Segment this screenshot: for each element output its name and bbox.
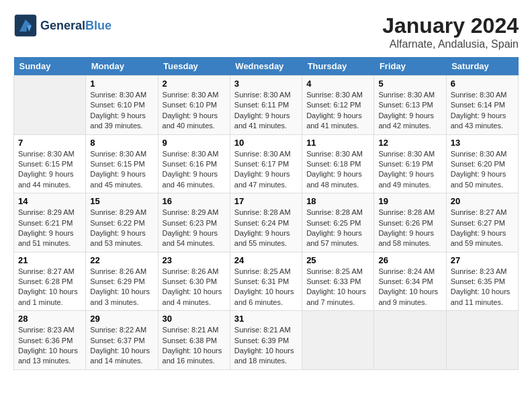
day-info: Sunrise: 8:30 AM Sunset: 6:20 PM Dayligh…: [451, 149, 514, 191]
calendar-week-row: 1Sunrise: 8:30 AM Sunset: 6:10 PM Daylig…: [14, 76, 519, 135]
day-info: Sunrise: 8:30 AM Sunset: 6:19 PM Dayligh…: [378, 149, 441, 191]
day-number: 2: [163, 79, 226, 89]
day-info: Sunrise: 8:30 AM Sunset: 6:11 PM Dayligh…: [234, 90, 298, 132]
day-number: 13: [451, 138, 514, 148]
calendar-day-header: Sunday: [14, 57, 86, 76]
calendar-day-header: Tuesday: [158, 57, 230, 76]
calendar-cell: 1Sunrise: 8:30 AM Sunset: 6:10 PM Daylig…: [86, 76, 158, 135]
day-number: 17: [234, 196, 298, 206]
calendar-cell: 21Sunrise: 8:27 AM Sunset: 6:28 PM Dayli…: [14, 252, 86, 311]
calendar-cell: 11Sunrise: 8:30 AM Sunset: 6:18 PM Dayli…: [302, 134, 374, 193]
calendar-cell: 16Sunrise: 8:29 AM Sunset: 6:23 PM Dayli…: [158, 193, 230, 253]
day-info: Sunrise: 8:23 AM Sunset: 6:35 PM Dayligh…: [451, 267, 514, 308]
day-number: 30: [163, 314, 226, 324]
day-number: 8: [90, 138, 153, 148]
calendar-table: SundayMondayTuesdayWednesdayThursdayFrid…: [13, 57, 519, 370]
calendar-cell: 17Sunrise: 8:28 AM Sunset: 6:24 PM Dayli…: [230, 193, 302, 253]
day-number: 27: [451, 255, 514, 265]
day-info: Sunrise: 8:27 AM Sunset: 6:28 PM Dayligh…: [18, 267, 81, 308]
calendar-day-header: Thursday: [302, 57, 374, 76]
day-number: 12: [378, 138, 441, 148]
day-info: Sunrise: 8:30 AM Sunset: 6:15 PM Dayligh…: [90, 149, 153, 191]
day-info: Sunrise: 8:21 AM Sunset: 6:39 PM Dayligh…: [234, 325, 298, 367]
day-info: Sunrise: 8:28 AM Sunset: 6:25 PM Dayligh…: [306, 208, 369, 249]
day-info: Sunrise: 8:21 AM Sunset: 6:38 PM Dayligh…: [163, 325, 226, 367]
title-block: January 2024 Alfarnate, Andalusia, Spain: [382, 13, 519, 50]
calendar-cell: 3Sunrise: 8:30 AM Sunset: 6:11 PM Daylig…: [230, 76, 302, 135]
day-number: 20: [451, 196, 514, 206]
day-info: Sunrise: 8:30 AM Sunset: 6:17 PM Dayligh…: [234, 149, 298, 191]
day-number: 24: [234, 255, 298, 265]
calendar-cell: [374, 311, 446, 370]
calendar-cell: 25Sunrise: 8:25 AM Sunset: 6:33 PM Dayli…: [302, 252, 374, 311]
day-info: Sunrise: 8:30 AM Sunset: 6:10 PM Dayligh…: [90, 90, 153, 132]
calendar-cell: 30Sunrise: 8:21 AM Sunset: 6:38 PM Dayli…: [158, 311, 230, 370]
day-info: Sunrise: 8:28 AM Sunset: 6:24 PM Dayligh…: [234, 208, 298, 249]
day-number: 15: [90, 196, 153, 206]
day-number: 18: [306, 196, 369, 206]
day-info: Sunrise: 8:30 AM Sunset: 6:16 PM Dayligh…: [163, 149, 226, 191]
logo-text: GeneralBlue: [40, 19, 112, 33]
calendar-cell: 23Sunrise: 8:26 AM Sunset: 6:30 PM Dayli…: [158, 252, 230, 311]
calendar-cell: 31Sunrise: 8:21 AM Sunset: 6:39 PM Dayli…: [230, 311, 302, 370]
day-info: Sunrise: 8:30 AM Sunset: 6:14 PM Dayligh…: [451, 90, 514, 132]
calendar-cell: 12Sunrise: 8:30 AM Sunset: 6:19 PM Dayli…: [374, 134, 446, 193]
day-number: 16: [163, 196, 226, 206]
calendar-day-header: Monday: [86, 57, 158, 76]
logo-icon: [13, 13, 38, 38]
calendar-cell: 2Sunrise: 8:30 AM Sunset: 6:10 PM Daylig…: [158, 76, 230, 135]
day-number: 3: [234, 79, 298, 89]
calendar-week-row: 7Sunrise: 8:30 AM Sunset: 6:15 PM Daylig…: [14, 134, 519, 193]
day-number: 25: [306, 255, 369, 265]
calendar-cell: 24Sunrise: 8:25 AM Sunset: 6:31 PM Dayli…: [230, 252, 302, 311]
calendar-day-header: Saturday: [446, 57, 518, 76]
day-number: 4: [306, 79, 369, 89]
day-info: Sunrise: 8:29 AM Sunset: 6:21 PM Dayligh…: [18, 208, 81, 249]
day-number: 29: [90, 314, 153, 324]
day-number: 19: [378, 196, 441, 206]
calendar-cell: 15Sunrise: 8:29 AM Sunset: 6:22 PM Dayli…: [86, 193, 158, 253]
calendar-header-row: SundayMondayTuesdayWednesdayThursdayFrid…: [14, 57, 519, 76]
day-number: 1: [90, 79, 153, 89]
day-info: Sunrise: 8:28 AM Sunset: 6:26 PM Dayligh…: [378, 208, 441, 249]
calendar-cell: 14Sunrise: 8:29 AM Sunset: 6:21 PM Dayli…: [14, 193, 86, 253]
calendar-cell: 18Sunrise: 8:28 AM Sunset: 6:25 PM Dayli…: [302, 193, 374, 253]
day-info: Sunrise: 8:30 AM Sunset: 6:18 PM Dayligh…: [306, 149, 369, 191]
calendar-cell: 13Sunrise: 8:30 AM Sunset: 6:20 PM Dayli…: [446, 134, 518, 193]
day-info: Sunrise: 8:30 AM Sunset: 6:12 PM Dayligh…: [306, 90, 369, 132]
day-info: Sunrise: 8:30 AM Sunset: 6:10 PM Dayligh…: [163, 90, 226, 132]
calendar-cell: [302, 311, 374, 370]
day-info: Sunrise: 8:30 AM Sunset: 6:15 PM Dayligh…: [18, 149, 81, 191]
day-number: 31: [234, 314, 298, 324]
calendar-cell: 26Sunrise: 8:24 AM Sunset: 6:34 PM Dayli…: [374, 252, 446, 311]
day-number: 22: [90, 255, 153, 265]
day-info: Sunrise: 8:23 AM Sunset: 6:36 PM Dayligh…: [18, 325, 81, 367]
day-info: Sunrise: 8:22 AM Sunset: 6:37 PM Dayligh…: [90, 325, 153, 367]
calendar-week-row: 28Sunrise: 8:23 AM Sunset: 6:36 PM Dayli…: [14, 311, 519, 370]
calendar-cell: 20Sunrise: 8:27 AM Sunset: 6:27 PM Dayli…: [446, 193, 518, 253]
day-number: 11: [306, 138, 369, 148]
day-number: 26: [378, 255, 441, 265]
day-info: Sunrise: 8:26 AM Sunset: 6:30 PM Dayligh…: [163, 267, 226, 308]
day-number: 5: [378, 79, 441, 89]
calendar-cell: 22Sunrise: 8:26 AM Sunset: 6:29 PM Dayli…: [86, 252, 158, 311]
day-number: 23: [163, 255, 226, 265]
day-number: 10: [234, 138, 298, 148]
calendar-day-header: Friday: [374, 57, 446, 76]
calendar-cell: 19Sunrise: 8:28 AM Sunset: 6:26 PM Dayli…: [374, 193, 446, 253]
calendar-cell: [446, 311, 518, 370]
day-info: Sunrise: 8:25 AM Sunset: 6:33 PM Dayligh…: [306, 267, 369, 308]
day-number: 7: [18, 138, 81, 148]
calendar-cell: 6Sunrise: 8:30 AM Sunset: 6:14 PM Daylig…: [446, 76, 518, 135]
day-info: Sunrise: 8:26 AM Sunset: 6:29 PM Dayligh…: [90, 267, 153, 308]
calendar-cell: 28Sunrise: 8:23 AM Sunset: 6:36 PM Dayli…: [14, 311, 86, 370]
day-number: 6: [451, 79, 514, 89]
day-info: Sunrise: 8:24 AM Sunset: 6:34 PM Dayligh…: [378, 267, 441, 308]
calendar-cell: 9Sunrise: 8:30 AM Sunset: 6:16 PM Daylig…: [158, 134, 230, 193]
logo: GeneralBlue: [13, 13, 112, 38]
calendar-week-row: 14Sunrise: 8:29 AM Sunset: 6:21 PM Dayli…: [14, 193, 519, 253]
day-info: Sunrise: 8:30 AM Sunset: 6:13 PM Dayligh…: [378, 90, 441, 132]
page-title: January 2024: [382, 13, 519, 38]
day-number: 14: [18, 196, 81, 206]
calendar-cell: 29Sunrise: 8:22 AM Sunset: 6:37 PM Dayli…: [86, 311, 158, 370]
